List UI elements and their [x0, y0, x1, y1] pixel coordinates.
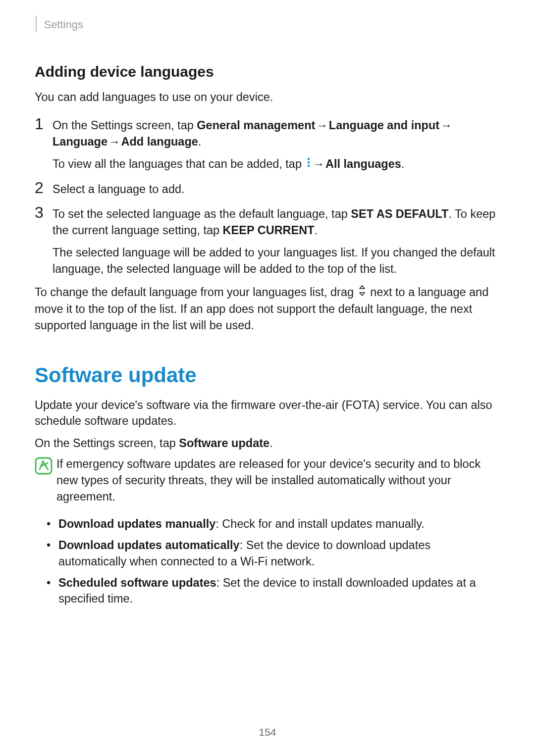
step-body: On the Settings screen, tap General mana…: [53, 116, 500, 173]
bullet-dot: •: [47, 516, 58, 532]
text: .: [315, 224, 318, 237]
svg-point-2: [307, 164, 309, 166]
step-number: 2: [35, 180, 53, 198]
step-list: 1 On the Settings screen, tap General ma…: [35, 116, 500, 277]
section1-footer-paragraph: To change the default language from your…: [35, 284, 500, 334]
bullet-body: Scheduled software updates: Set the devi…: [58, 575, 500, 607]
note-text: If emergency software updates are releas…: [56, 456, 500, 505]
page-number: 154: [0, 726, 535, 738]
text: On the Settings screen, tap: [53, 119, 197, 132]
bullet-dot: •: [47, 575, 58, 607]
bold-text: SET AS DEFAULT: [351, 207, 448, 220]
bullet-body: Download updates manually: Check for and…: [58, 516, 500, 532]
step-2: 2 Select a language to add.: [35, 180, 500, 198]
section1-intro: You can add languages to use on your dev…: [35, 89, 500, 105]
bold-text: Add language: [121, 135, 198, 148]
step-1: 1 On the Settings screen, tap General ma…: [35, 116, 500, 173]
drag-handle-icon: [358, 284, 367, 301]
bullet-item: • Download updates manually: Check for a…: [47, 516, 500, 532]
text: .: [269, 437, 273, 450]
bullet-list: • Download updates manually: Check for a…: [47, 516, 500, 607]
step-3: 3 To set the selected language as the de…: [35, 204, 500, 277]
step-body: Select a language to add.: [53, 180, 500, 198]
text: To set the selected language as the defa…: [53, 207, 351, 220]
step-sub: The selected language will be added to y…: [53, 245, 500, 277]
svg-point-0: [307, 157, 309, 159]
bold-text: Language: [53, 135, 107, 148]
more-options-icon: [306, 156, 311, 172]
section2-nav: On the Settings screen, tap Software upd…: [35, 435, 500, 451]
page-header: Settings: [35, 17, 500, 33]
bold-text: Download updates automatically: [58, 539, 240, 552]
step-number: 3: [35, 204, 53, 277]
note-callout: If emergency software updates are releas…: [35, 456, 500, 505]
bullet-item: • Scheduled software updates: Set the de…: [47, 575, 500, 607]
section-heading-software-update: Software update: [35, 363, 500, 387]
arrow-text: →: [108, 134, 120, 150]
bold-text: KEEP CURRENT: [223, 224, 315, 237]
bold-text: General management: [197, 119, 315, 132]
bold-text: Scheduled software updates: [58, 576, 216, 589]
text: .: [401, 157, 405, 170]
text: : Check for and install updates manually…: [215, 517, 425, 530]
text: On the Settings screen, tap: [35, 437, 179, 450]
section2-intro: Update your device's software via the fi…: [35, 397, 500, 429]
breadcrumb: Settings: [44, 18, 83, 31]
step-body: To set the selected language as the defa…: [53, 204, 500, 277]
bold-text: Download updates manually: [58, 517, 215, 530]
svg-point-1: [307, 161, 309, 163]
svg-rect-3: [36, 458, 52, 474]
bold-text: Language and input: [329, 119, 439, 132]
text: To view all the languages that can be ad…: [53, 157, 305, 170]
text: To change the default language from your…: [35, 286, 357, 299]
bold-text: Software update: [179, 437, 269, 450]
bullet-body: Download updates automatically: Set the …: [58, 537, 500, 570]
bullet-item: • Download updates automatically: Set th…: [47, 537, 500, 570]
note-icon: [35, 456, 56, 505]
arrow-text: →: [440, 117, 452, 134]
arrow-text: →: [313, 156, 325, 172]
step-number: 1: [35, 116, 53, 173]
header-divider: [36, 16, 37, 32]
bold-text: All languages: [325, 157, 401, 170]
bullet-dot: •: [47, 537, 58, 570]
step-sub: To view all the languages that can be ad…: [53, 156, 500, 173]
section-heading-adding-languages: Adding device languages: [35, 63, 500, 80]
text: .: [198, 135, 202, 148]
manual-page: Settings Adding device languages You can…: [0, 0, 535, 607]
arrow-text: →: [316, 117, 328, 134]
